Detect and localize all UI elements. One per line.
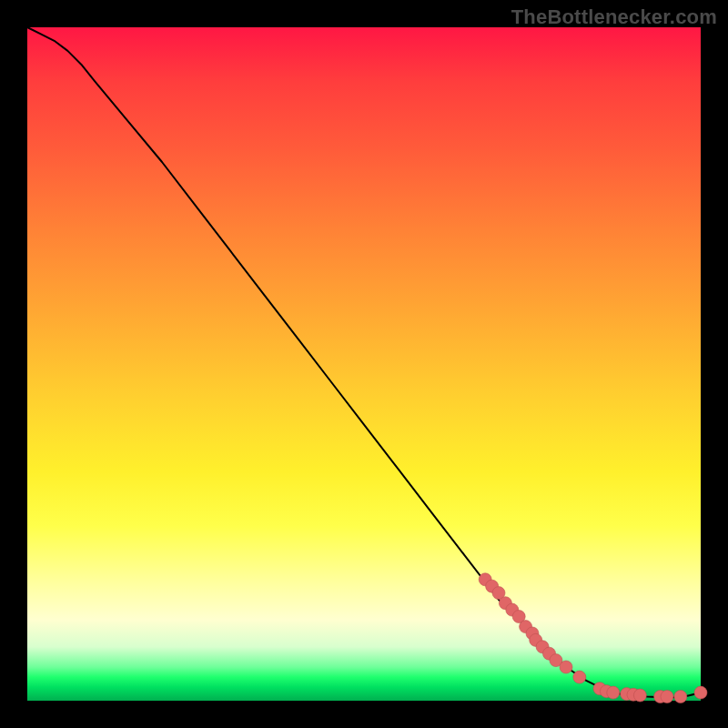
bottleneck-curve-path — [27, 27, 701, 697]
marker-dot — [573, 671, 586, 683]
plot-svg — [27, 27, 701, 701]
marker-dot — [560, 661, 572, 673]
attribution-label: TheBottlenecker.com — [511, 5, 717, 29]
marker-dot — [633, 689, 646, 702]
marker-dot — [694, 686, 707, 699]
marker-dot — [607, 686, 620, 699]
chart-frame: TheBottlenecker.com — [0, 0, 728, 728]
marker-dot — [661, 691, 673, 703]
plot-area — [27, 27, 701, 701]
marker-dot — [674, 691, 687, 703]
